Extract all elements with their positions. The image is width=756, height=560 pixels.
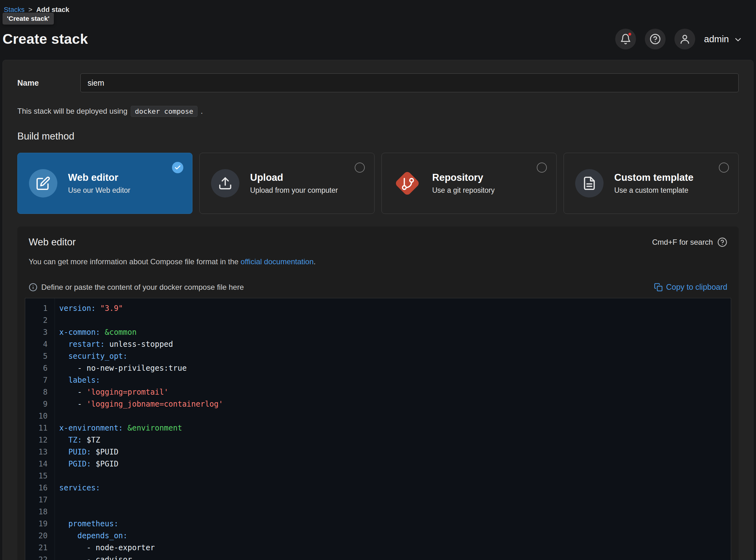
define-hint-label: Define or paste the content of your dock… bbox=[41, 283, 244, 292]
create-stack-tooltip: 'Create stack' bbox=[2, 13, 54, 24]
code-line: - cadvisor bbox=[59, 554, 731, 560]
chevron-down-icon bbox=[733, 34, 743, 44]
deploy-note-text: This stack will be deployed using bbox=[17, 107, 127, 115]
card-title: Repository bbox=[432, 172, 495, 183]
line-number: 4 bbox=[25, 338, 47, 350]
code-line: depends_on: bbox=[59, 530, 731, 542]
question-icon bbox=[650, 33, 661, 45]
line-number: 16 bbox=[25, 482, 47, 494]
build-method-web-editor[interactable]: Web editor Use our Web editor bbox=[17, 153, 193, 214]
card-title: Custom template bbox=[614, 172, 693, 183]
create-stack-panel: Name This stack will be deployed using d… bbox=[2, 60, 754, 560]
code-line: - 'logging_jobname=containerlog' bbox=[59, 398, 731, 410]
build-method-heading: Build method bbox=[17, 131, 739, 142]
user-icon bbox=[679, 33, 691, 45]
line-number: 5 bbox=[25, 350, 47, 362]
code-line: services: bbox=[59, 482, 731, 494]
define-hint: Define or paste the content of your dock… bbox=[29, 283, 244, 292]
line-number: 17 bbox=[25, 494, 47, 506]
code-line: x-environment: &environment bbox=[59, 422, 731, 434]
help-button[interactable] bbox=[645, 29, 665, 49]
code-line bbox=[59, 410, 731, 422]
line-number: 15 bbox=[25, 470, 47, 482]
code-line: - no-new-privileges:true bbox=[59, 362, 731, 374]
code-line: TZ: $TZ bbox=[59, 434, 731, 446]
card-subtitle: Use a git repository bbox=[432, 186, 495, 195]
line-number: 12 bbox=[25, 434, 47, 446]
edit-icon bbox=[29, 169, 57, 198]
user-avatar[interactable] bbox=[674, 29, 695, 49]
line-number: 2 bbox=[25, 314, 47, 326]
line-number: 19 bbox=[25, 518, 47, 530]
line-number: 14 bbox=[25, 458, 47, 470]
code-line bbox=[59, 314, 731, 326]
web-editor-section: Web editor Cmd+F for search You can get … bbox=[17, 226, 739, 560]
code-line bbox=[59, 470, 731, 482]
line-number: 11 bbox=[25, 422, 47, 434]
info-icon bbox=[29, 283, 38, 292]
copy-icon bbox=[654, 283, 663, 292]
code-line: PGID: $PGID bbox=[59, 458, 731, 470]
code-line: - 'logging=promtail' bbox=[59, 386, 731, 398]
page-title: Create stack bbox=[2, 31, 88, 47]
notification-dot bbox=[628, 32, 632, 36]
code-line bbox=[59, 494, 731, 506]
build-method-options: Web editor Use our Web editor Upload Upl… bbox=[17, 153, 739, 214]
official-documentation-link[interactable]: official documentation bbox=[241, 257, 314, 266]
notifications-button[interactable] bbox=[615, 29, 636, 49]
card-subtitle: Upload from your computer bbox=[250, 186, 338, 195]
code-line: PUID: $PUID bbox=[59, 446, 731, 458]
editor-code[interactable]: version: "3.9" x-common: &common restart… bbox=[55, 298, 731, 560]
name-label: Name bbox=[17, 78, 80, 87]
radio-unselected-icon bbox=[719, 162, 729, 173]
web-editor-heading: Web editor bbox=[29, 237, 76, 248]
build-method-custom-template[interactable]: Custom template Use a custom template bbox=[563, 153, 739, 214]
compose-editor[interactable]: 12345678910111213141516171819202122 vers… bbox=[25, 298, 731, 560]
username: admin bbox=[704, 34, 729, 44]
line-number: 18 bbox=[25, 506, 47, 518]
line-number: 20 bbox=[25, 530, 47, 542]
deploy-note-suffix: . bbox=[201, 107, 203, 115]
code-line: security_opt: bbox=[59, 350, 731, 362]
search-hint-label: Cmd+F for search bbox=[652, 238, 713, 247]
code-line: - node-exporter bbox=[59, 542, 731, 554]
search-hint: Cmd+F for search bbox=[652, 237, 727, 247]
card-subtitle: Use our Web editor bbox=[68, 186, 131, 195]
name-input[interactable] bbox=[80, 73, 739, 92]
code-line bbox=[59, 506, 731, 518]
page-header: Create stack admin bbox=[0, 21, 756, 57]
git-icon bbox=[393, 169, 421, 198]
line-number: 3 bbox=[25, 326, 47, 338]
line-number: 21 bbox=[25, 542, 47, 554]
code-line: version: "3.9" bbox=[59, 302, 731, 314]
file-icon bbox=[575, 169, 603, 198]
selected-check-icon bbox=[172, 162, 183, 173]
editor-gutter: 12345678910111213141516171819202122 bbox=[25, 298, 55, 560]
build-method-repository[interactable]: Repository Use a git repository bbox=[381, 153, 557, 214]
code-line: prometheus: bbox=[59, 518, 731, 530]
line-number: 9 bbox=[25, 398, 47, 410]
line-number: 1 bbox=[25, 302, 47, 314]
line-number: 13 bbox=[25, 446, 47, 458]
upload-icon bbox=[211, 169, 239, 198]
info-suffix: . bbox=[314, 257, 316, 266]
line-number: 7 bbox=[25, 374, 47, 386]
radio-unselected-icon bbox=[355, 162, 365, 173]
question-icon[interactable] bbox=[717, 237, 727, 247]
copy-label: Copy to clipboard bbox=[666, 282, 727, 292]
code-line: x-common: &common bbox=[59, 326, 731, 338]
info-prefix: You can get more information about Compo… bbox=[29, 257, 241, 266]
user-menu[interactable]: admin bbox=[704, 34, 743, 44]
line-number: 8 bbox=[25, 386, 47, 398]
card-title: Web editor bbox=[68, 172, 131, 183]
compose-info-text: You can get more information about Compo… bbox=[29, 257, 727, 266]
line-number: 22 bbox=[25, 554, 47, 560]
deploy-note: This stack will be deployed using docker… bbox=[17, 107, 739, 116]
copy-to-clipboard-button[interactable]: Copy to clipboard bbox=[654, 282, 727, 292]
code-line: labels: bbox=[59, 374, 731, 386]
line-number: 10 bbox=[25, 410, 47, 422]
line-number: 6 bbox=[25, 362, 47, 374]
card-subtitle: Use a custom template bbox=[614, 186, 693, 195]
code-line: restart: unless-stopped bbox=[59, 338, 731, 350]
build-method-upload[interactable]: Upload Upload from your computer bbox=[199, 153, 375, 214]
